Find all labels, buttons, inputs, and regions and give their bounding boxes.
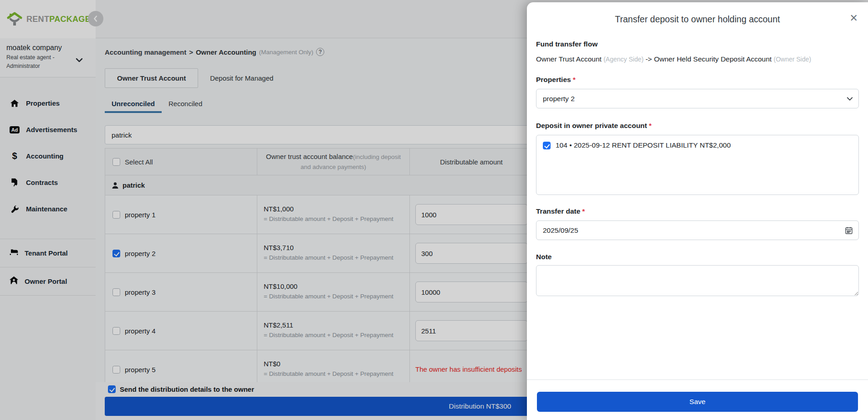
deposit-label: Deposit in owner private account* (536, 122, 859, 130)
save-button[interactable]: Save (537, 392, 858, 412)
calendar-icon[interactable] (845, 226, 853, 236)
properties-select-value: property 2 (543, 95, 575, 103)
close-icon[interactable]: ✕ (850, 13, 858, 23)
transfer-date-value: 2025/09/25 (543, 226, 578, 235)
flow-arrow: -> (645, 55, 652, 63)
required-asterisk: * (573, 76, 576, 83)
note-textarea[interactable] (536, 265, 859, 296)
modal-header: Transfer deposit to owner holding accoun… (527, 2, 868, 34)
flow-to-note: (Owner Side) (774, 56, 811, 63)
chevron-down-icon (847, 96, 853, 104)
flow-from-note: (Agency Side) (603, 56, 643, 63)
deposit-option: 104 • 2025-09-12 RENT DEPOSIT LIABILITY … (543, 141, 852, 149)
required-asterisk: * (582, 207, 585, 215)
transfer-date-label: Transfer date* (536, 207, 859, 215)
deposit-option-label: 104 • 2025-09-12 RENT DEPOSIT LIABILITY … (556, 141, 731, 149)
app-root: RENTPACKAGE moatek company Real estate a… (0, 0, 868, 420)
transfer-date-input[interactable]: 2025/09/25 (536, 220, 859, 240)
deposit-option-checkbox[interactable] (543, 142, 551, 149)
properties-label: Properties* (536, 76, 859, 84)
deposit-options-box: 104 • 2025-09-12 RENT DEPOSIT LIABILITY … (536, 135, 859, 195)
required-asterisk: * (649, 122, 652, 129)
fund-transfer-flow-label: Fund transfer flow (536, 40, 859, 48)
modal-body: Fund transfer flow Owner Trust Account (… (527, 40, 868, 298)
modal-title: Transfer deposit to owner holding accoun… (536, 14, 859, 25)
modal-footer: Save (527, 379, 868, 420)
properties-select[interactable]: property 2 (536, 89, 859, 108)
transfer-deposit-modal: Transfer deposit to owner holding accoun… (527, 2, 868, 420)
flow-from: Owner Trust Account (536, 55, 602, 63)
note-label: Note (536, 253, 859, 261)
flow-to: Owner Held Security Deposit Account (654, 55, 771, 63)
fund-transfer-flow-value: Owner Trust Account (Agency Side) -> Own… (536, 55, 859, 63)
